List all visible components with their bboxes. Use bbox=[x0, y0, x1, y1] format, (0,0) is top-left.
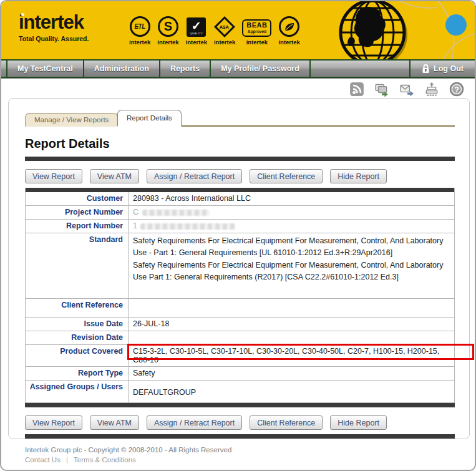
nav-item-my-profile-password[interactable]: My Profile/ Password bbox=[210, 61, 309, 77]
field-value: DEFAULTGROUP bbox=[129, 381, 454, 402]
page-title: Report Details bbox=[25, 137, 469, 151]
view-report-button[interactable]: View Report bbox=[25, 415, 82, 430]
table-row-report-type: Report Type Safety bbox=[26, 367, 454, 381]
print-icon[interactable] bbox=[424, 82, 439, 97]
assign-retract-report-button[interactable]: Assign / Retract Report bbox=[147, 169, 242, 183]
svg-text:?: ? bbox=[454, 85, 459, 94]
redacted-value bbox=[142, 210, 210, 216]
globe-icon bbox=[337, 1, 410, 59]
asta-diamond-mark-icon: A$A bbox=[215, 16, 235, 37]
field-value: 1 bbox=[129, 220, 454, 233]
terms-conditions-link[interactable]: Terms & Conditions bbox=[74, 456, 136, 464]
table-row-project-number: Project Number C bbox=[26, 206, 454, 220]
quality-check-mark-icon: ✓ QUALITY bbox=[187, 17, 206, 37]
field-label: Project Number bbox=[26, 206, 129, 219]
page-footer: Intertek Group plc - Copyright © 2008-20… bbox=[25, 446, 231, 464]
field-label: Customer bbox=[26, 192, 129, 205]
beab-badge: BEAB Approved Intertek bbox=[242, 19, 271, 46]
view-report-button[interactable]: View Report bbox=[25, 169, 82, 183]
certification-badges: ETL Intertek S Intertek ✓ QUALITY Intert… bbox=[129, 16, 300, 46]
table-row-assigned-groups-users: Assigned Groups / Users DEFAULTGROUP bbox=[26, 381, 454, 403]
field-label: Report Type bbox=[26, 367, 129, 380]
s-mark-badge: S Intertek bbox=[157, 16, 178, 46]
standard-line-1: Safety Requirements For Electrical Equip… bbox=[133, 235, 450, 260]
field-label: Issue Date bbox=[26, 318, 129, 331]
table-row-product-covered: Product Covered C15-3-2L, C30-10-5L, C30… bbox=[26, 345, 454, 367]
leaf-badge: Intertek bbox=[278, 16, 299, 46]
field-value: Safety bbox=[129, 367, 454, 380]
report-details-table: Customer 280983 - Across International L… bbox=[25, 188, 455, 403]
blue-node-decoration bbox=[445, 14, 467, 36]
hide-report-button[interactable]: Hide Report bbox=[330, 415, 387, 430]
quality-check-badge: ✓ QUALITY Intertek bbox=[186, 17, 207, 46]
field-value: C bbox=[129, 206, 454, 219]
s-mark-icon: S bbox=[158, 16, 178, 37]
field-value: 280983 - Across International LLC bbox=[129, 192, 454, 205]
field-value: C15-3-2L, C30-10-5L, C30-17-10L, C30-30-… bbox=[129, 345, 454, 366]
nav-item-administration[interactable]: Administration bbox=[83, 61, 159, 77]
export-images-icon[interactable] bbox=[374, 82, 389, 97]
leaf-mark-icon bbox=[279, 16, 299, 37]
intertek-logo-text: intertek bbox=[19, 11, 89, 34]
beab-mark-icon: BEAB Approved bbox=[242, 19, 271, 37]
footer-link-separator: | bbox=[66, 456, 68, 464]
field-label: Standard bbox=[26, 233, 129, 298]
table-row-issue-date: Issue Date 26-JUL-18 bbox=[26, 318, 454, 331]
field-label: Assigned Groups / Users bbox=[26, 381, 129, 402]
quick-actions-toolbar: ? bbox=[349, 82, 464, 97]
intertek-logo: intertek Total Quality. Assured. bbox=[19, 11, 89, 42]
tab-manage-view-reports[interactable]: Manage / View Reports bbox=[25, 113, 118, 127]
client-reference-button[interactable]: Client Reference bbox=[250, 415, 323, 430]
tab-report-details[interactable]: Report Details bbox=[117, 110, 182, 127]
hide-report-button[interactable]: Hide Report bbox=[330, 169, 387, 183]
contact-us-link[interactable]: Contact Us bbox=[25, 456, 61, 464]
nav-item-reports[interactable]: Reports bbox=[159, 61, 210, 77]
nav-item-my-testcentral[interactable]: My TestCentral bbox=[6, 61, 83, 77]
table-row-client-reference: Client Reference bbox=[26, 299, 454, 318]
field-value: Safety Requirements For Electrical Equip… bbox=[129, 233, 454, 298]
divider-bar-top bbox=[25, 157, 455, 161]
field-label: Client Reference bbox=[26, 299, 129, 317]
help-icon[interactable]: ? bbox=[449, 82, 464, 97]
nav-spacer bbox=[1, 61, 6, 77]
nav-filler bbox=[309, 61, 409, 77]
redacted-value bbox=[140, 223, 235, 230]
table-row-standard: Standard Safety Requirements For Electri… bbox=[26, 233, 454, 299]
etl-mark-icon: ETL bbox=[130, 16, 150, 37]
field-value bbox=[129, 299, 454, 317]
logout-button[interactable]: Log Out bbox=[409, 61, 475, 77]
tab-strip: Manage / View Reports Report Details bbox=[25, 110, 455, 127]
lock-icon bbox=[422, 64, 430, 74]
field-value: 26-JUL-18 bbox=[129, 318, 454, 331]
field-label: Product Covered bbox=[26, 345, 129, 366]
redacted-visible-char: 1 bbox=[133, 221, 137, 230]
table-row-customer: Customer 280983 - Across International L… bbox=[26, 192, 454, 206]
asta-badge: A$A Intertek bbox=[214, 16, 235, 46]
copyright-text: Intertek Group plc - Copyright © 2008-20… bbox=[25, 446, 231, 454]
divider-bar-mid bbox=[25, 403, 455, 407]
testcentral-page: intertek Total Quality. Assured. ETL Int… bbox=[0, 0, 476, 471]
etl-badge: ETL Intertek bbox=[129, 16, 150, 46]
table-row-report-number: Report Number 1 bbox=[26, 220, 454, 233]
logo-tagline: Total Quality. Assured. bbox=[19, 35, 89, 42]
rss-icon[interactable] bbox=[349, 82, 364, 97]
field-value bbox=[129, 331, 454, 344]
action-buttons-bottom: View Report View ATM Assign / Retract Re… bbox=[25, 415, 469, 430]
client-reference-button[interactable]: Client Reference bbox=[250, 169, 323, 183]
main-navigation: My TestCentral Administration Reports My… bbox=[1, 59, 475, 79]
standard-line-2: Safety Requirements For Electrical Equip… bbox=[133, 260, 450, 284]
view-atm-button[interactable]: View ATM bbox=[90, 169, 139, 183]
table-top-bar bbox=[26, 188, 454, 192]
content-panel: Manage / View Reports Report Details Rep… bbox=[8, 98, 470, 439]
table-row-revision-date: Revision Date bbox=[26, 331, 454, 345]
field-label: Revision Date bbox=[26, 331, 129, 344]
header-banner: intertek Total Quality. Assured. ETL Int… bbox=[1, 1, 475, 59]
divider-bar-bottom bbox=[25, 434, 455, 439]
action-buttons-top: View Report View ATM Assign / Retract Re… bbox=[25, 169, 469, 183]
field-label: Report Number bbox=[26, 220, 129, 233]
footer-links: Contact Us | Terms & Conditions bbox=[25, 456, 231, 464]
logo-i-dot bbox=[21, 13, 24, 16]
assign-retract-report-button[interactable]: Assign / Retract Report bbox=[147, 415, 242, 430]
forward-mail-icon[interactable] bbox=[399, 82, 414, 97]
view-atm-button[interactable]: View ATM bbox=[90, 415, 139, 430]
